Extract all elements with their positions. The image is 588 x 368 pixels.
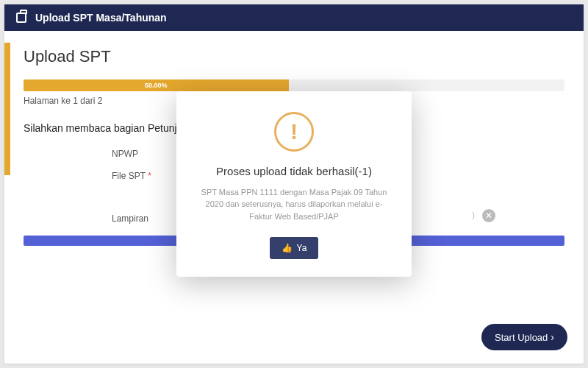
modal-overlay: ! Proses upload tidak berhasil(-1) SPT M… — [4, 4, 584, 364]
thumbs-up-icon: 👍 — [282, 243, 293, 253]
app-frame: Upload SPT Masa/Tahunan Upload SPT 50.00… — [4, 4, 584, 364]
modal-ok-button[interactable]: 👍 Ya — [270, 237, 319, 259]
modal-title: Proses upload tidak berhasil(-1) — [194, 165, 394, 177]
warning-icon: ! — [274, 112, 314, 152]
modal-ok-label: Ya — [297, 243, 307, 253]
modal-body: SPT Masa PPN 1111 dengan Masa Pajak 09 T… — [194, 186, 394, 223]
error-modal: ! Proses upload tidak berhasil(-1) SPT M… — [176, 91, 412, 277]
warning-glyph: ! — [290, 119, 298, 144]
